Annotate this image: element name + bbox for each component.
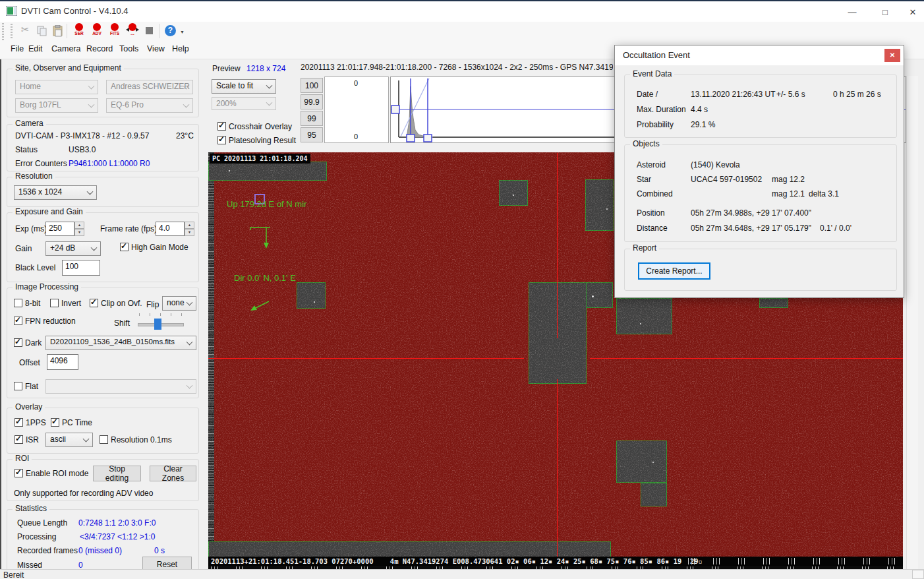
toolbar-drag-handle[interactable] [11, 24, 13, 38]
dark-checkbox[interactable]: ✓ [14, 338, 22, 347]
chevron-down-icon [88, 102, 95, 108]
menu-tools[interactable]: Tools [119, 44, 138, 53]
scale-select[interactable]: Scale to fit [212, 79, 276, 94]
dark-file-select[interactable]: D20201109_1536_24dB_0150ms.fits [45, 336, 196, 350]
check-icon: ✓ [90, 297, 97, 307]
high-gain-checkbox[interactable]: ✓ [120, 243, 129, 251]
create-report-button[interactable]: Create Report... [638, 262, 710, 280]
offset-input[interactable]: 4096 [47, 354, 78, 370]
resolution01-checkbox[interactable] [100, 435, 108, 444]
fpn-checkbox[interactable]: ✓ [14, 317, 22, 325]
stop-editing-button[interactable]: Stop editing [93, 466, 141, 481]
group-roi: ROI ✓ Enable ROI mode Stop editing Clear… [7, 459, 199, 501]
chevron-down-icon [187, 339, 193, 346]
group-title: Camera [13, 119, 46, 128]
1pps-checkbox[interactable]: ✓ [14, 418, 23, 427]
close-button[interactable]: ✕ [903, 5, 923, 20]
maximize-button[interactable]: □ [875, 5, 895, 20]
roi-zone [529, 282, 587, 384]
record-ser-button[interactable]: SER [71, 23, 88, 40]
telescope-select: Borg 107FL [15, 98, 98, 113]
menu-file[interactable]: File [11, 44, 24, 53]
exposure-stepper[interactable]: ▲▼ [74, 222, 84, 236]
chevron-down-icon [183, 102, 190, 108]
8bit-checkbox[interactable] [14, 299, 22, 307]
invert-checkbox[interactable] [50, 299, 59, 307]
chevron-down-icon [266, 82, 273, 89]
roi-enable-checkbox[interactable]: ✓ [14, 469, 23, 477]
date-value: 13.11.2020 21:26:43 UT [691, 90, 776, 99]
star-label: Star [637, 175, 651, 184]
group-resolution: Resolution 1536 x 1024 [7, 177, 199, 207]
pctime-checkbox[interactable]: ✓ [51, 418, 59, 427]
combined-label: Combined [637, 189, 673, 198]
gain-select[interactable]: +24 dB [45, 241, 101, 256]
exposure-input[interactable]: 250 [45, 222, 74, 236]
preview-size: 1218 x 724 [246, 64, 285, 73]
menu-camera[interactable]: Camera [51, 44, 80, 53]
recorded-frames-label: Recorded frames [17, 546, 78, 555]
preview-vertical-scrollbar[interactable] [906, 76, 918, 569]
exposure-label: Exp (ms) [15, 224, 47, 233]
record-dot-icon [111, 23, 119, 31]
record-trigger-label: ... [124, 31, 141, 36]
stop-icon[interactable] [146, 27, 153, 34]
paste-icon[interactable] [53, 25, 63, 37]
help-icon[interactable]: ? [165, 25, 176, 36]
shift-slider-thumb[interactable] [154, 319, 161, 330]
percentile-95-button[interactable]: 95 [301, 127, 323, 142]
star-dot [229, 170, 230, 171]
zoom-select: 200% [212, 97, 276, 110]
dialog-title-bar[interactable]: Occultation Event ✕ [615, 46, 904, 65]
roi-zone [616, 298, 672, 334]
cut-icon[interactable]: ✂ [21, 24, 30, 36]
group-title: Overlay [13, 402, 45, 411]
error-counters-label: Error Counters [15, 159, 67, 168]
error-counters-value: P9461:000 L1:0000 R0 [69, 159, 150, 168]
queue-length-value: 0:7248 1:1 2:0 3:0 F:0 [78, 518, 156, 528]
processing-value: <3/4:7237 <1:12 >1:0 [80, 532, 155, 541]
histogram-max-value: 0 [354, 79, 358, 87]
menu-record[interactable]: Record [86, 44, 113, 53]
camera-model: DVTI-CAM - P3-IMX178 - #12 - 0.9.57 [15, 131, 149, 140]
copy-icon[interactable] [37, 26, 47, 36]
percentile-99-button[interactable]: 99 [301, 111, 323, 126]
resolution-select[interactable]: 1536 x 1024 [14, 185, 97, 200]
crosshair-overlay-checkbox[interactable]: ✓ [217, 122, 226, 131]
record-adv-button[interactable]: ADV [88, 23, 105, 40]
star-dot [513, 195, 514, 196]
flip-select[interactable]: none [162, 296, 196, 311]
roi-zone [759, 298, 788, 308]
fpn-label: FPN reduction [25, 317, 76, 326]
crosshair-horizontal-line [590, 358, 903, 359]
black-level-input[interactable]: 100 [62, 260, 100, 276]
1pps-label: 1PPS [26, 418, 46, 427]
dialog-close-button[interactable]: ✕ [884, 49, 900, 62]
platesolving-checkbox[interactable]: ✓ [217, 136, 226, 144]
title-bar: DVTI Cam Control - V4.10.4 — □ ✕ [0, 1, 924, 22]
percentile-100-button[interactable]: 100 [301, 78, 323, 93]
clear-zones-button[interactable]: Clear Zones [150, 466, 196, 481]
asteroid-label: Asteroid [637, 160, 666, 169]
countdown-value: 0 h 25 m 26 s [833, 90, 881, 99]
framerate-input[interactable]: 4.0 [156, 222, 185, 236]
minimize-button[interactable]: — [842, 5, 862, 20]
roi-zone [585, 179, 614, 231]
percentile-99_9-button[interactable]: 99.9 [301, 94, 323, 109]
position-value: 05h 27m 34.988s, +29 17' 07.400" [691, 208, 811, 218]
clip-checkbox[interactable]: ✓ [90, 299, 98, 307]
platesolving-label: Platesolving Result [229, 136, 296, 145]
menu-help[interactable]: Help [172, 44, 189, 53]
menu-view[interactable]: View [147, 44, 165, 53]
flat-checkbox[interactable] [14, 382, 22, 390]
toolbar-overflow-caret-icon[interactable]: ▼ [180, 30, 185, 34]
group-title: Event Data [630, 69, 674, 78]
isr-checkbox[interactable]: ✓ [14, 435, 23, 444]
isr-format-select[interactable]: ascii [45, 433, 93, 447]
record-trigger-button[interactable]: ... [124, 23, 141, 40]
roi-zone [499, 180, 528, 206]
menu-edit[interactable]: Edit [28, 44, 43, 53]
framerate-stepper[interactable]: ▲▼ [185, 222, 194, 236]
record-fits-button[interactable]: FITS [106, 23, 123, 40]
resize-grip[interactable] [912, 570, 924, 579]
